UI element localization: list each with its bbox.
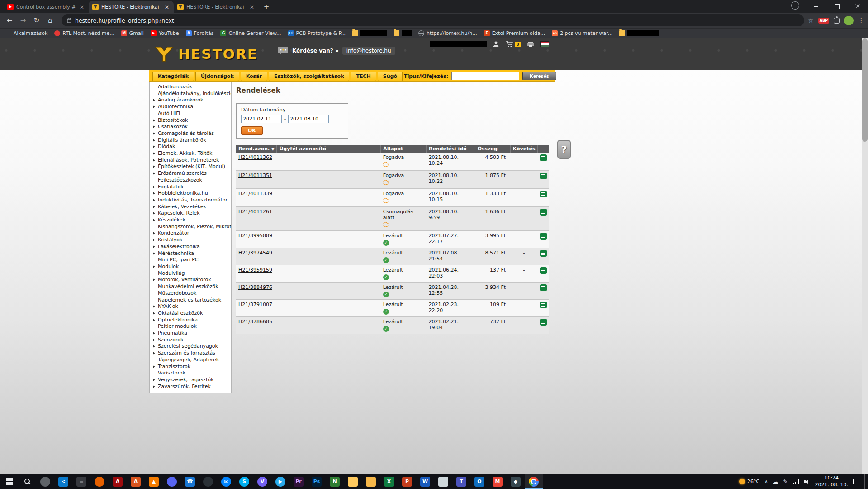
sidebar-item[interactable]: Csomagolás és tárolás <box>150 130 231 137</box>
sidebar-item[interactable]: Kristályok <box>150 237 231 244</box>
sidebar-item[interactable]: Napelemek és tartozékok <box>150 297 231 304</box>
sidebar-item[interactable]: Tranzisztorok <box>150 364 231 370</box>
sidebar-item[interactable]: Kapcsolók, Relék <box>150 210 231 217</box>
show-desktop-button[interactable] <box>864 474 867 489</box>
nav-item[interactable]: TECH <box>351 72 376 81</box>
sidebar-item[interactable]: Szenzorok <box>150 337 231 344</box>
search-button[interactable]: Keresés <box>522 72 556 80</box>
sidebar-item[interactable]: Fejlesztőeszközök <box>150 177 231 184</box>
sidebar-item[interactable]: Építőkészletek (KIT, Modul) <box>150 163 231 170</box>
taskbar-chrome[interactable] <box>525 474 543 489</box>
bookmark-item[interactable]: AFordítás <box>186 30 214 36</box>
taskbar-autodesk[interactable]: A <box>127 474 145 489</box>
sidebar-item[interactable]: Elemek, Akkuk, Töltők <box>150 150 231 157</box>
contact-email[interactable]: info@hestore.hu <box>342 47 395 55</box>
cart-button[interactable]: 0 <box>505 41 521 48</box>
taskbar-premiere[interactable]: Pr <box>289 474 308 489</box>
sidebar-item[interactable]: Vegyszerek, ragasztók <box>150 377 231 384</box>
sidebar-item[interactable]: Hobbielektronika.hu <box>150 190 231 197</box>
bookmark-item[interactable]: YouTube <box>151 30 179 36</box>
order-details-icon[interactable] <box>540 250 547 257</box>
person-icon[interactable] <box>493 41 499 48</box>
table-header-0[interactable]: Rend.azon.▼ <box>236 145 277 153</box>
taskbar-github[interactable] <box>199 474 217 489</box>
cloud-icon[interactable]: ☁ <box>773 479 778 485</box>
extensions-icon[interactable] <box>834 18 840 24</box>
tray-expand-icon[interactable]: ∧ <box>764 479 768 484</box>
sidebar-item[interactable]: Biztosítékok <box>150 117 231 124</box>
nav-item[interactable]: Kategóriák <box>152 72 194 81</box>
order-id-link[interactable]: H21/3786685 <box>238 319 272 325</box>
tab-close-icon[interactable]: × <box>249 4 255 10</box>
taskbar-phone[interactable]: ☎ <box>181 474 199 489</box>
taskbar-folder[interactable] <box>362 474 380 489</box>
sidebar-item[interactable]: Készülékek <box>150 217 231 224</box>
bookmark-item[interactable] <box>394 30 412 36</box>
ok-button[interactable]: OK <box>241 126 263 135</box>
sidebar-item[interactable]: Méréstechnika <box>150 250 231 257</box>
back-button[interactable]: ← <box>4 14 15 26</box>
date-from-input[interactable] <box>241 115 282 123</box>
tab-close-icon[interactable]: × <box>164 4 170 10</box>
nav-item[interactable]: Újdonságok <box>195 72 239 81</box>
taskbar-firefox[interactable] <box>90 474 109 489</box>
taskbar-excel[interactable]: X <box>380 474 398 489</box>
bookmark-item[interactable] <box>619 30 659 36</box>
sidebar-item[interactable]: Adathordozók <box>150 84 231 91</box>
order-id-link[interactable]: H21/4011362 <box>238 154 272 160</box>
bookmark-item[interactable]: RTL Most, nézd me... <box>54 30 114 36</box>
sidebar-item[interactable]: Audiotechnika <box>150 104 231 110</box>
order-id-link[interactable]: H21/3995889 <box>238 233 272 239</box>
browser-tab[interactable]: HESTORE - Elektronikai alkatrész× <box>174 1 259 13</box>
sidebar-item[interactable]: Ellenállások, Potméterek <box>150 157 231 164</box>
weather-widget[interactable]: 26°C <box>739 479 759 484</box>
taskbar-skype[interactable]: S <box>235 474 253 489</box>
taskbar-utility[interactable]: ◆ <box>507 474 525 489</box>
order-id-link[interactable]: H21/4011261 <box>238 209 272 215</box>
volume-icon[interactable] <box>804 479 810 484</box>
hestore-logo[interactable]: HESTORE <box>154 45 258 62</box>
sidebar-item[interactable]: Szerszám és forrasztás <box>150 350 231 357</box>
taskbar-powerpoint[interactable]: P <box>398 474 416 489</box>
sidebar-item[interactable]: Analóg áramkörök <box>150 97 231 104</box>
action-center-icon[interactable] <box>853 479 859 484</box>
browser-tab[interactable]: HESTORE - Elektronikai alkatrész× <box>89 1 174 13</box>
order-id-link[interactable]: H21/4011351 <box>238 173 272 178</box>
taskbar-photoshop[interactable]: Ps <box>308 474 326 489</box>
order-details-icon[interactable] <box>540 319 547 326</box>
bookmark-item[interactable]: Alkalmazások <box>5 30 47 36</box>
sidebar-item[interactable]: Lakáselektronika <box>150 244 231 250</box>
order-id-link[interactable]: H21/3959159 <box>238 267 272 273</box>
sidebar-item[interactable]: Mini PC, ipari PC <box>150 257 231 264</box>
taskbar-teams[interactable]: T <box>452 474 470 489</box>
sidebar-item[interactable]: NYÁK-ok <box>150 303 231 310</box>
sidebar-item[interactable]: Peltier modulok <box>150 323 231 330</box>
bookmark-item[interactable]: MGmail <box>121 30 144 36</box>
order-details-icon[interactable] <box>540 191 547 197</box>
home-button[interactable]: ⌂ <box>44 14 56 26</box>
taskbar-start[interactable] <box>0 474 18 489</box>
address-bar[interactable]: hestore.hu/profile_orders.php?next <box>62 14 804 26</box>
hungarian-flag-icon[interactable] <box>540 41 549 47</box>
taskbar-messenger[interactable]: ✉ <box>217 474 235 489</box>
order-details-icon[interactable] <box>540 173 547 179</box>
browser-tab[interactable]: Control box assembly #9 - YouT...× <box>4 1 89 13</box>
sidebar-item[interactable]: Modulok <box>150 264 231 270</box>
sidebar-item[interactable]: Munkavédelmi eszközök <box>150 283 231 290</box>
taskbar-clock[interactable]: 10:24 2021. 08. 10. <box>815 475 848 488</box>
taskbar-acrobat[interactable]: A <box>109 474 127 489</box>
forward-button[interactable]: → <box>17 14 29 26</box>
sidebar-item[interactable]: Csatlakozók <box>150 124 231 130</box>
adblock-extension-icon[interactable]: ABP <box>818 18 829 24</box>
profile-avatar[interactable] <box>844 16 854 25</box>
order-details-icon[interactable] <box>540 209 547 216</box>
maximize-button[interactable] <box>826 0 847 13</box>
scrollbar-thumb[interactable] <box>862 38 868 142</box>
nav-item[interactable]: Eszközök, szolgáltatások <box>269 72 349 81</box>
minimize-button[interactable] <box>806 0 826 13</box>
sidebar-item[interactable]: Varisztorok <box>150 370 231 377</box>
page-scrollbar[interactable] <box>862 38 868 475</box>
order-details-icon[interactable] <box>540 233 547 240</box>
order-details-icon[interactable] <box>540 284 547 291</box>
browser-menu-icon[interactable]: ⋮ <box>858 17 864 24</box>
